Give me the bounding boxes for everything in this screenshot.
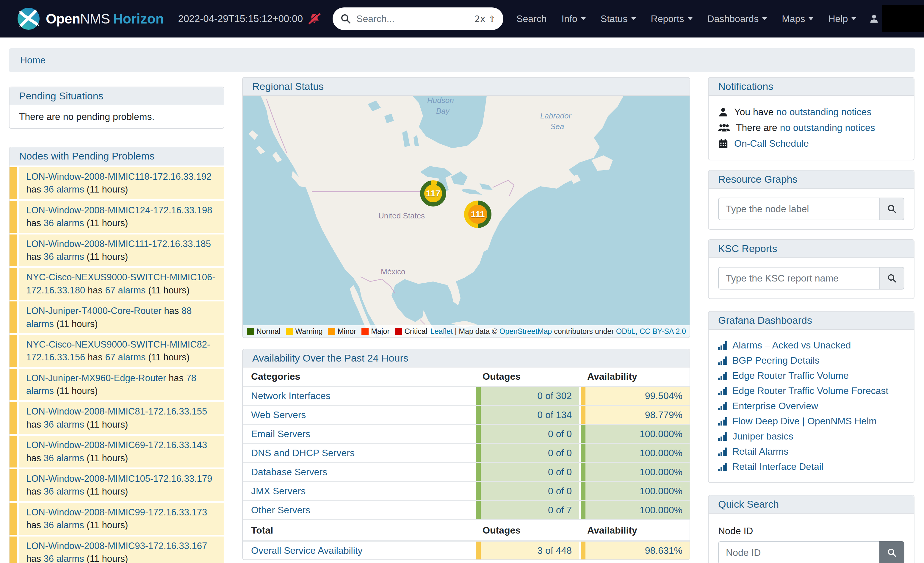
- category-link[interactable]: Web Servers: [251, 410, 306, 420]
- notifications-off-icon[interactable]: [308, 12, 321, 25]
- nav-menu-item[interactable]: Info: [561, 14, 585, 24]
- resource-graphs-search-button[interactable]: [879, 198, 904, 220]
- pending-situations-panel: Pending Situations There are no pending …: [9, 87, 224, 129]
- node-id-input[interactable]: [718, 541, 879, 563]
- node-link[interactable]: LON-Window-2008-MIMIC93-172.16.33.167: [26, 540, 207, 551]
- category-link[interactable]: Database Servers: [251, 467, 327, 477]
- node-problem-row: LON-Window-2008-MIMIC81-172.16.33.155 ha…: [9, 402, 224, 434]
- availability-title: Availability Over the Past 24 Hours: [252, 352, 408, 363]
- node-link[interactable]: LON-Window-2008-MIMIC99-172.16.33.173: [26, 507, 207, 518]
- node-label-input[interactable]: [718, 198, 879, 220]
- alarms-link[interactable]: 36 alarms: [44, 184, 84, 195]
- availability-row: Network Interfaces 0 of 302 99.504%: [243, 386, 690, 405]
- outages-cell: 0 of 302: [474, 387, 579, 405]
- opennms-logo-icon: [16, 7, 40, 31]
- alarms-link[interactable]: 36 alarms: [44, 486, 84, 497]
- alarms-link[interactable]: 36 alarms: [44, 453, 84, 463]
- alarms-link[interactable]: 36 alarms: [44, 251, 84, 262]
- alarms-link[interactable]: 36 alarms: [44, 554, 84, 563]
- grafana-dashboard-link[interactable]: Retail Interface Detail: [732, 461, 824, 472]
- category-link[interactable]: Network Interfaces: [251, 390, 330, 401]
- bar-chart-icon: [718, 447, 728, 456]
- grafana-dashboard-link[interactable]: Retail Alarms: [732, 446, 789, 457]
- grafana-dashboards-panel: Grafana Dashboards Alarms – Acked vs Una…: [708, 311, 915, 483]
- oncall-schedule-link[interactable]: On-Call Schedule: [734, 138, 809, 149]
- bar-chart-icon: [718, 463, 728, 471]
- grafana-dashboard-row: Alarms – Acked vs Unacked: [718, 340, 904, 351]
- grafana-dashboard-link[interactable]: Edge Router Traffic Volume Forecast: [732, 385, 888, 396]
- category-link[interactable]: DNS and DHCP Servers: [251, 447, 355, 459]
- user-icon: [718, 107, 728, 117]
- category-link[interactable]: Other Servers: [251, 505, 310, 516]
- node-problem-row: LON-Window-2008-MIMIC118-172.16.33.192 h…: [9, 167, 224, 199]
- map-cluster-marker[interactable]: 111: [464, 201, 492, 228]
- users-icon: [718, 123, 730, 133]
- leaflet-link[interactable]: Leaflet: [430, 327, 453, 335]
- node-link[interactable]: LON-Window-2008-MIMIC105-172.16.33.179: [26, 473, 212, 484]
- odbl-link[interactable]: ODbL, CC BY-SA 2.0: [616, 327, 686, 335]
- bar-chart-icon: [718, 432, 728, 441]
- node-link[interactable]: LON-Window-2008-MIMIC124-172.16.33.198: [26, 205, 212, 215]
- ksc-reports-title: KSC Reports: [718, 243, 777, 254]
- node-link[interactable]: LON-Window-2008-MIMIC118-172.16.33.192: [26, 171, 212, 182]
- ksc-report-input[interactable]: [718, 267, 879, 290]
- grafana-dashboard-link[interactable]: BGP Peering Details: [732, 355, 820, 366]
- bar-chart-icon: [718, 387, 728, 395]
- availability-header-row: Categories Outages Availability: [243, 368, 690, 386]
- alarms-link[interactable]: 67 alarms: [105, 352, 146, 362]
- ksc-reports-search-button[interactable]: [879, 267, 904, 290]
- user-name-redacted: [882, 5, 924, 32]
- breadcrumb-home-link[interactable]: Home: [20, 55, 45, 66]
- category-link[interactable]: JMX Servers: [251, 486, 306, 497]
- opennms-home-page: OpenNMSHorizon 2022-04-29T15:15:12+00:00…: [0, 0, 924, 563]
- overall-availability-link[interactable]: Overall Service Availability: [251, 545, 363, 556]
- node-link[interactable]: LON-Juniper-MX960-Edge-Router: [26, 373, 166, 383]
- category-link[interactable]: Email Servers: [251, 428, 310, 440]
- node-link[interactable]: LON-Window-2008-MIMIC81-172.16.33.155: [26, 406, 207, 417]
- alarms-link[interactable]: 36 alarms: [44, 419, 84, 430]
- grafana-dashboard-link[interactable]: Enterprise Overview: [732, 401, 818, 411]
- server-timestamp: 2022-04-29T15:15:12+00:00: [178, 13, 303, 24]
- node-link[interactable]: LON-Window-2008-MIMIC111-172.16.33.185: [26, 239, 211, 249]
- cluster-count: 117: [426, 188, 440, 198]
- node-link[interactable]: LON-Juniper-T4000-Core-Router: [26, 306, 162, 316]
- chevron-down-icon: [808, 17, 813, 20]
- user-icon: [869, 14, 879, 24]
- grafana-dashboard-link[interactable]: Edge Router Traffic Volume: [732, 370, 849, 381]
- total-availability-label: Availability: [579, 521, 690, 539]
- user-menu[interactable]: [869, 5, 924, 32]
- node-problem-row: LON-Window-2008-MIMIC93-172.16.33.167 ha…: [9, 536, 224, 563]
- grafana-dashboard-link[interactable]: Alarms – Acked vs Unacked: [732, 340, 851, 351]
- alarms-link[interactable]: 36 alarms: [44, 218, 84, 228]
- alarms-link[interactable]: 67 alarms: [105, 285, 146, 296]
- resource-graphs-search: [718, 198, 904, 220]
- user-notices-link[interactable]: no outstanding notices: [776, 107, 872, 117]
- bar-chart-icon: [718, 372, 728, 380]
- nav-menu-item[interactable]: Dashboards: [707, 14, 767, 24]
- grafana-dashboard-link[interactable]: Flow Deep Dive | OpenNMS Helm: [732, 416, 877, 427]
- node-problem-row: LON-Window-2008-MIMIC69-172.16.33.143 ha…: [9, 435, 224, 467]
- regional-status-map[interactable]: HudsonBayLabradorSeaUnited StatesMéxico …: [243, 96, 690, 338]
- map-cluster-marker[interactable]: 117: [420, 180, 446, 207]
- grafana-dashboard-link[interactable]: Juniper basics: [732, 431, 794, 442]
- nav-menu-item[interactable]: Help: [828, 14, 856, 24]
- node-link[interactable]: LON-Window-2008-MIMIC69-172.16.33.143: [26, 440, 207, 450]
- osm-link[interactable]: OpenStreetMap: [500, 327, 552, 335]
- nav-menu-item[interactable]: Search: [516, 14, 546, 24]
- pending-situations-title: Pending Situations: [19, 90, 104, 102]
- app-logo[interactable]: OpenNMSHorizon: [16, 7, 164, 31]
- alarms-link[interactable]: 36 alarms: [44, 520, 84, 530]
- nav-menu-item[interactable]: Reports: [651, 14, 693, 24]
- overall-availability-cell: 98.631%: [579, 542, 690, 559]
- ksc-reports-search: [718, 267, 904, 290]
- nav-menu-item[interactable]: Maps: [782, 14, 813, 24]
- availability-cell: 99.504%: [579, 387, 690, 405]
- all-notices-link[interactable]: no outstanding notices: [780, 122, 875, 133]
- availability-cell: 100.000%: [579, 463, 690, 481]
- col-outages: Outages: [474, 368, 579, 386]
- search-shortcut-hint: 2x ⇧: [474, 14, 496, 24]
- node-id-search-button[interactable]: [879, 541, 904, 563]
- nav-menu-item[interactable]: Status: [601, 14, 636, 24]
- right-column: Notifications You have no outstanding no…: [708, 77, 915, 563]
- global-search-input[interactable]: [356, 14, 474, 24]
